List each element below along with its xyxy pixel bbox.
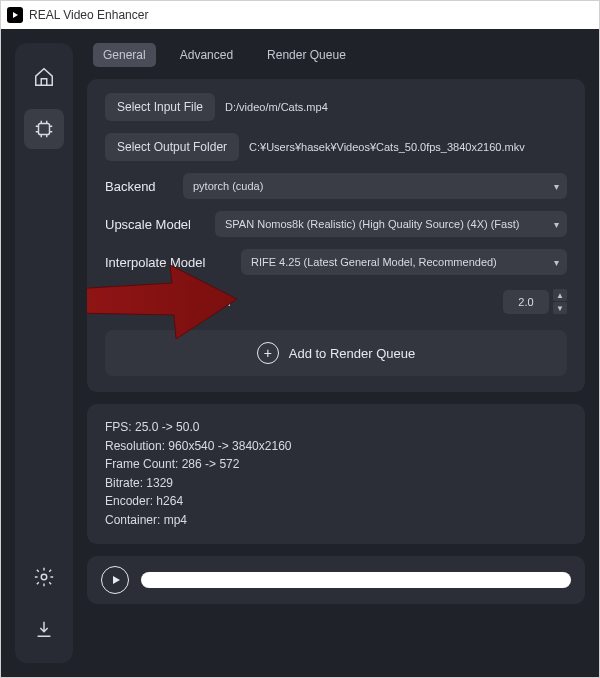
multiplier-spinner: ▲ ▼ <box>553 289 567 314</box>
upscale-model-select[interactable]: SPAN Nomos8k (Realistic) (High Quality S… <box>215 211 567 237</box>
info-frame-count: Frame Count: 286 -> 572 <box>105 455 567 474</box>
sidebar-settings[interactable] <box>24 557 64 597</box>
info-fps: FPS: 25.0 -> 50.0 <box>105 418 567 437</box>
select-input-button[interactable]: Select Input File <box>105 93 215 121</box>
svg-rect-0 <box>39 124 50 135</box>
info-encoder: Encoder: h264 <box>105 492 567 511</box>
play-button[interactable] <box>101 566 129 594</box>
spinner-down[interactable]: ▼ <box>553 302 567 314</box>
interpolate-model-label: Interpolate Model <box>105 255 231 270</box>
spinner-up[interactable]: ▲ <box>553 289 567 301</box>
tab-advanced[interactable]: Advanced <box>170 43 243 67</box>
app-window: REAL Video Enhancer General Advanced Ren… <box>0 0 600 678</box>
window-title: REAL Video Enhancer <box>29 8 148 22</box>
info-container: Container: mp4 <box>105 511 567 530</box>
info-panel: FPS: 25.0 -> 50.0 Resolution: 960x540 ->… <box>87 404 585 544</box>
sidebar-download[interactable] <box>24 609 64 649</box>
info-resolution: Resolution: 960x540 -> 3840x2160 <box>105 437 567 456</box>
multiplier-value[interactable]: 2.0 <box>503 290 549 314</box>
sidebar-home[interactable] <box>24 57 64 97</box>
settings-panel: Select Input File D:/video/m/Cats.mp4 Se… <box>87 79 585 392</box>
sidebar-process[interactable] <box>24 109 64 149</box>
svg-point-1 <box>41 574 47 580</box>
tab-general[interactable]: General <box>93 43 156 67</box>
backend-select[interactable]: pytorch (cuda) <box>183 173 567 199</box>
titlebar: REAL Video Enhancer <box>1 1 599 29</box>
interpolate-model-select[interactable]: RIFE 4.25 (Latest General Model, Recomme… <box>241 249 567 275</box>
main-area: General Advanced Render Queue Select Inp… <box>87 43 585 663</box>
backend-label: Backend <box>105 179 173 194</box>
input-path: D:/video/m/Cats.mp4 <box>225 101 567 113</box>
progress-bar[interactable] <box>141 572 571 588</box>
upscale-model-label: Upscale Model <box>105 217 205 232</box>
info-bitrate: Bitrate: 1329 <box>105 474 567 493</box>
tab-render-queue[interactable]: Render Queue <box>257 43 356 67</box>
play-row <box>87 556 585 604</box>
add-to-queue-label: Add to Render Queue <box>289 346 415 361</box>
sidebar <box>15 43 73 663</box>
tabs: General Advanced Render Queue <box>87 43 585 67</box>
app-icon <box>7 7 23 23</box>
app-body: General Advanced Render Queue Select Inp… <box>1 29 599 677</box>
multiplier-label: Interpolation Multiplier <box>105 294 232 309</box>
output-path: C:¥Users¥hasek¥Videos¥Cats_50.0fps_3840x… <box>249 141 567 153</box>
add-to-render-queue-button[interactable]: + Add to Render Queue <box>105 330 567 376</box>
plus-icon: + <box>257 342 279 364</box>
select-output-button[interactable]: Select Output Folder <box>105 133 239 161</box>
